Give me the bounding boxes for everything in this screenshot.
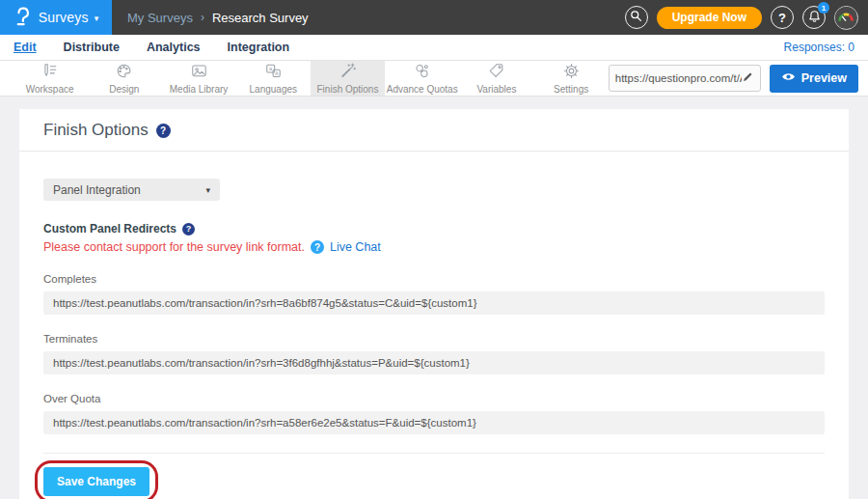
help-icon: ?	[778, 11, 786, 25]
tool-media-library[interactable]: Media Library	[161, 61, 235, 96]
finish-option-dropdown[interactable]: Panel Integration ▾	[43, 179, 220, 201]
tool-label: Variables	[476, 84, 516, 95]
tool-workspace[interactable]: Workspace	[13, 61, 87, 96]
breadcrumb-separator: ›	[201, 11, 204, 24]
tool-label: Settings	[554, 84, 588, 95]
over-quota-label: Over Quota	[43, 393, 825, 404]
terminates-label: Terminates	[43, 333, 825, 345]
top-actions: Upgrade Now ? 1	[625, 0, 868, 35]
subnav-links: Edit Distribute Analytics Integration	[14, 41, 289, 54]
help-button[interactable]: ?	[771, 6, 794, 29]
search-icon	[630, 10, 642, 25]
preview-button[interactable]: Preview	[770, 65, 858, 93]
user-avatar[interactable]	[834, 6, 858, 30]
custom-panel-redirects-row: Custom Panel Redirects ?	[43, 222, 825, 236]
tool-design[interactable]: Design	[87, 61, 161, 96]
tag-icon	[487, 62, 505, 83]
toolbar-right: Preview	[609, 61, 868, 96]
svg-text:A: A	[275, 70, 279, 76]
dropdown-selected-value: Panel Integration	[53, 183, 205, 197]
survey-url-box	[609, 65, 761, 92]
page-title: Finish Options	[43, 121, 149, 140]
tool-label: Finish Options	[317, 84, 379, 95]
terminates-field-group: Terminates	[43, 333, 825, 374]
support-note-row: Please contact support for the survey li…	[43, 240, 825, 254]
custom-panel-redirects-help-icon[interactable]: ?	[182, 223, 195, 236]
tool-label: Advance Quotas	[387, 84, 458, 95]
image-icon	[190, 62, 208, 83]
live-chat-link[interactable]: Live Chat	[330, 240, 381, 254]
card-header: Finish Options ?	[19, 109, 849, 152]
edit-pencil-icon[interactable]	[742, 70, 754, 86]
workspace-icon	[41, 62, 59, 83]
finish-options-card: Finish Options ? Panel Integration ▾ Cus…	[19, 109, 849, 499]
over-quota-field-group: Over Quota	[43, 393, 825, 434]
search-button[interactable]	[625, 6, 648, 29]
save-section-divider	[43, 453, 825, 454]
section-label: Custom Panel Redirects	[43, 222, 176, 236]
notifications-button[interactable]: 1	[802, 6, 826, 29]
tab-analytics[interactable]: Analytics	[147, 41, 201, 54]
tab-distribute[interactable]: Distribute	[64, 41, 120, 54]
tool-settings[interactable]: Settings	[534, 61, 609, 96]
tool-finish-options[interactable]: Finish Options	[311, 61, 385, 96]
palette-icon	[115, 62, 133, 83]
eye-icon	[781, 71, 796, 85]
responses-count[interactable]: Responses: 0	[784, 41, 854, 54]
translate-icon: a A	[264, 62, 283, 83]
gear-icon	[562, 62, 581, 83]
completes-url-input[interactable]	[43, 291, 825, 315]
chevron-down-icon: ▾	[205, 185, 210, 195]
tool-label: Design	[109, 84, 139, 95]
notification-badge: 1	[818, 2, 829, 14]
tool-advance-quotas[interactable]: Advance Quotas	[385, 61, 459, 96]
terminates-url-input[interactable]	[43, 351, 825, 374]
chevron-down-icon: ▾	[95, 14, 99, 23]
over-quota-url-input[interactable]	[43, 411, 825, 434]
product-label: Surveys	[39, 10, 89, 25]
gauge-avatar-icon	[835, 7, 856, 28]
breadcrumb-current: Research Survey	[212, 11, 309, 25]
chain-links-icon	[413, 62, 431, 83]
tab-edit[interactable]: Edit	[14, 41, 37, 54]
card-body: Panel Integration ▾ Custom Panel Redirec…	[19, 152, 849, 499]
survey-subnav: Edit Distribute Analytics Integration Re…	[0, 35, 868, 60]
save-changes-button[interactable]: Save Changes	[43, 467, 149, 496]
live-chat-help-icon[interactable]: ?	[311, 240, 324, 254]
breadcrumb: My Surveys › Research Survey	[112, 0, 625, 35]
questionpro-logo-icon	[14, 6, 33, 30]
magic-wand-icon	[339, 62, 357, 83]
support-note: Please contact support for the survey li…	[43, 240, 305, 254]
finish-options-help-icon[interactable]: ?	[156, 124, 171, 138]
product-switcher[interactable]: Surveys ▾	[0, 0, 112, 35]
completes-field-group: Completes	[43, 273, 825, 315]
completes-label: Completes	[43, 273, 825, 285]
tool-label: Languages	[250, 84, 298, 95]
breadcrumb-parent[interactable]: My Surveys	[127, 11, 193, 25]
tool-label: Media Library	[170, 84, 229, 95]
tab-integration[interactable]: Integration	[228, 41, 290, 54]
preview-label: Preview	[801, 71, 847, 85]
save-annotation-highlight: Save Changes	[35, 460, 158, 499]
page-body: Finish Options ? Panel Integration ▾ Cus…	[0, 97, 868, 499]
svg-text:a: a	[269, 66, 273, 71]
top-bar: Surveys ▾ My Surveys › Research Survey U…	[0, 0, 868, 35]
bell-icon	[808, 10, 821, 26]
tool-variables[interactable]: Variables	[459, 61, 533, 96]
tool-languages[interactable]: a A Languages	[236, 61, 311, 96]
survey-url-input[interactable]	[615, 72, 742, 84]
edit-toolbar: Workspace Design Media Library	[0, 60, 868, 97]
upgrade-now-button[interactable]: Upgrade Now	[657, 7, 762, 29]
tool-label: Workspace	[26, 84, 74, 95]
